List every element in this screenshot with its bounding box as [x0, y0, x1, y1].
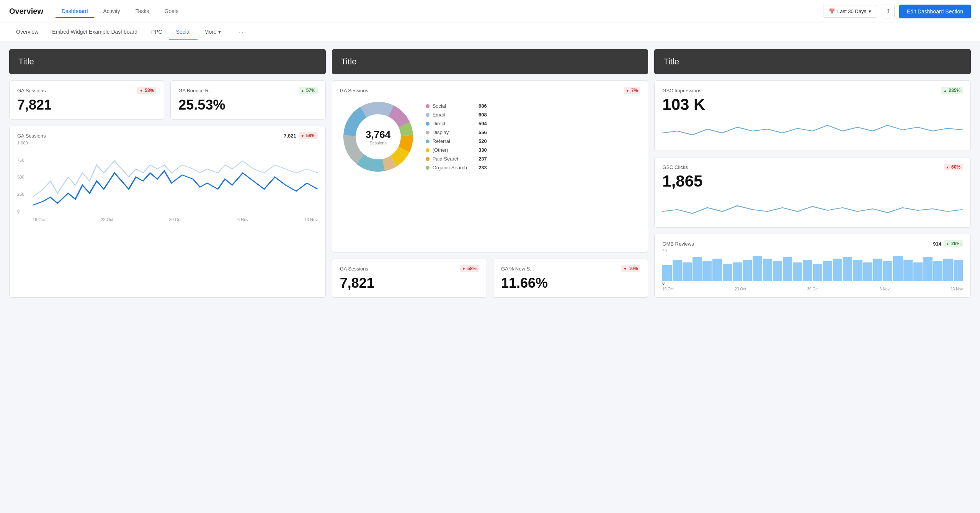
ga-sessions-small2-badge: 58% [460, 265, 479, 272]
widget-col-left: GA Sessions 58% 7,821 GA Bounce R... [9, 80, 326, 298]
bar-10 [753, 256, 762, 282]
ga-percent-new-value: 11.66% [501, 275, 640, 291]
bar-8 [733, 262, 742, 281]
chart-x-labels: 16 Oct 23 Oct 30 Oct 6 Nov 13 Nov [33, 217, 318, 225]
legend-item-referral: Referral 520 [426, 138, 487, 144]
legend-item-direct: Direct 594 [426, 121, 487, 126]
nav-tab-goals[interactable]: Goals [158, 5, 185, 18]
sub-nav-dots[interactable]: ··· [234, 25, 252, 39]
gmb-reviews-card: GMB Reviews 914 26% 40 [654, 234, 971, 298]
legend-name-other: (Other) [433, 147, 448, 153]
donut-content: 3,764 Sessions Social 686 [340, 98, 640, 175]
ga-sessions-large-card: GA Sessions 7,821 58% 1,000 750 500 [9, 126, 326, 298]
date-range-button[interactable]: 📅 Last 30 Days ▾ [823, 5, 877, 18]
gmb-y-labels: 40 [662, 249, 963, 253]
legend-val-other: 330 [479, 147, 487, 153]
ga-sessions-small-value: 7,821 [17, 97, 156, 113]
donut-label: GA Sessions [340, 88, 368, 93]
bar-23 [883, 261, 892, 282]
bar-22 [873, 259, 882, 282]
chevron-down-icon-more: ▾ [218, 29, 221, 35]
sub-tab-embed[interactable]: Embed Widget Example Dashboard [45, 24, 144, 40]
legend-dot-email [426, 113, 430, 117]
sub-tab-more[interactable]: More ▾ [198, 24, 228, 40]
donut-header: GA Sessions 7% [340, 87, 640, 94]
x-label-4: 13 Nov [304, 217, 318, 225]
ga-sessions-large-pct: 58% [306, 133, 315, 138]
arrow-down-icon [139, 88, 144, 93]
bar-14 [793, 262, 802, 281]
nav-tab-tasks[interactable]: Tasks [129, 5, 155, 18]
x-label-2: 30 Oct [169, 217, 181, 225]
bottom-small-row: GA Sessions 58% 7,821 GA % New S... 10% [332, 259, 648, 298]
ga-sessions-small-label: GA Sessions [17, 88, 46, 93]
donut-legend: Social 686 Email 608 [426, 103, 487, 170]
bar-12 [773, 261, 782, 282]
ga-sessions-large-badge: 58% [299, 132, 318, 139]
sub-tab-ppc[interactable]: PPC [144, 24, 169, 40]
section-titles-row: Title Title Title [9, 49, 971, 74]
gsc-impressions-header: GSC Impressions 235% [662, 87, 963, 94]
legend-name-paid: Paid Search [433, 156, 460, 162]
section-title-mid: Title [332, 49, 648, 74]
bar-30 [954, 260, 963, 281]
gmb-reviews-header: GMB Reviews 914 26% [662, 240, 963, 247]
arrow-down-icon-pn [623, 266, 627, 271]
gmb-x-2: 30 Oct [807, 287, 818, 291]
ga-sessions-large-right: 7,821 58% [284, 132, 318, 139]
bar-16 [813, 264, 822, 282]
bar-26 [913, 262, 923, 281]
gmb-x-labels: 16 Oct 23 Oct 30 Oct 6 Nov 13 Nov [662, 287, 963, 291]
nav-tab-dashboard[interactable]: Dashboard [56, 5, 94, 18]
bar-5 [702, 261, 712, 282]
ga-sessions-small2-pct: 58% [467, 266, 477, 271]
gsc-impressions-label: GSC Impressions [662, 88, 701, 93]
bar-2 [673, 260, 682, 281]
bar-27 [923, 257, 933, 281]
legend-val-social: 686 [479, 103, 487, 109]
bar-19 [843, 257, 852, 281]
share-icon: ⤴ [887, 8, 890, 15]
bar-17 [823, 261, 832, 282]
legend-item-paid: Paid Search 237 [426, 156, 487, 162]
legend-item-email: Email 608 [426, 112, 487, 118]
gsc-clicks-label: GSC Clicks [662, 164, 688, 170]
legend-item-other: (Other) 330 [426, 147, 487, 153]
donut-badge: 7% [624, 87, 640, 94]
gsc-clicks-card: GSC Clicks 60% 1,865 [654, 157, 971, 228]
gsc-impressions-chart [662, 114, 963, 144]
top-nav: Overview Dashboard Activity Tasks Goals … [0, 0, 980, 23]
ga-bounce-value: 25.53% [178, 97, 317, 113]
legend-val-display: 556 [479, 129, 487, 135]
gsc-clicks-pct: 60% [951, 164, 960, 170]
gsc-impressions-svg [662, 114, 963, 144]
share-button[interactable]: ⤴ [882, 5, 895, 18]
sub-tab-social[interactable]: Social [169, 24, 198, 40]
legend-name-email: Email [433, 112, 445, 118]
ga-sessions-small-header: GA Sessions 58% [17, 87, 156, 94]
legend-name-display: Display [433, 129, 449, 135]
ga-sessions-small2-card: GA Sessions 58% 7,821 [332, 259, 487, 298]
bar-4 [693, 257, 702, 281]
calendar-icon: 📅 [829, 8, 835, 14]
arrow-up-icon-gmb [946, 241, 950, 246]
bar-24 [893, 256, 902, 282]
ga-percent-new-badge: 10% [621, 265, 640, 272]
gmb-y-bottom-val: 0 [662, 281, 665, 285]
sub-tab-overview[interactable]: Overview [9, 24, 45, 40]
bar-25 [903, 260, 913, 281]
ga-percent-new-card: GA % New S... 10% 11.66% [493, 259, 648, 298]
gmb-reviews-right: 914 26% [933, 240, 963, 247]
bar-13 [783, 257, 792, 281]
legend-dot-other [426, 148, 430, 152]
ga-percent-new-label: GA % New S... [501, 266, 534, 272]
legend-dot-display [426, 131, 430, 134]
edit-dashboard-button[interactable]: Edit Dashboard Section [899, 5, 971, 18]
gsc-impressions-card: GSC Impressions 235% 103 K [654, 80, 971, 151]
ga-bounce-header: GA Bounce R... 57% [178, 87, 317, 94]
ga-sessions-small-pct: 58% [145, 88, 154, 93]
nav-tab-activity[interactable]: Activity [97, 5, 126, 18]
gmb-x-0: 16 Oct [662, 287, 673, 291]
gsc-impressions-badge: 235% [941, 87, 963, 94]
gsc-impressions-pct: 235% [949, 88, 960, 93]
